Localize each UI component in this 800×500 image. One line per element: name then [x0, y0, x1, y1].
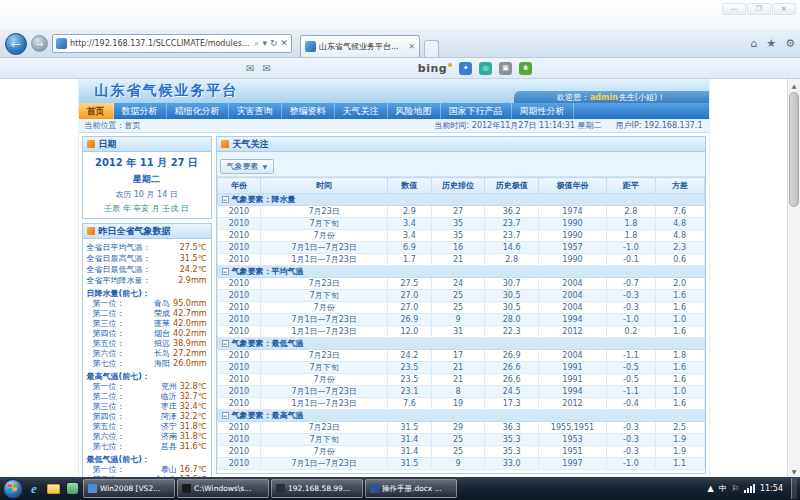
- nav-item-6[interactable]: 风险地图: [388, 103, 441, 119]
- nav-item-5[interactable]: 天气关注: [335, 103, 388, 119]
- table-row[interactable]: 20107月份31.42535.31951-0.31.9: [217, 446, 704, 458]
- tray-expand-icon[interactable]: ▲: [708, 484, 714, 493]
- action-center-flag-icon[interactable]: ⚐: [732, 484, 739, 493]
- search-icon[interactable]: ⌕: [254, 39, 259, 48]
- table-row[interactable]: 20107月1日—7月23日6.91614.61957-1.02.3: [217, 242, 704, 254]
- element-filter-button[interactable]: 气象要素 ▼: [220, 159, 275, 174]
- address-dropdown-icon[interactable]: ▾: [262, 39, 267, 48]
- nav-item-4[interactable]: 整编资料: [282, 103, 335, 119]
- tab-close-icon[interactable]: ✕: [408, 42, 415, 51]
- scrollbar-up-icon[interactable]: ▲: [788, 79, 800, 91]
- taskbar-window-label: Win2008 [VS2...: [100, 484, 160, 493]
- scrollbar-thumb[interactable]: [789, 92, 799, 207]
- scrollbar-down-icon[interactable]: ▼: [788, 465, 800, 477]
- table-cell: 2010: [217, 242, 261, 254]
- weather-summary-panel: 昨日全省气象数据 全省日平均气温：27.5℃全省日最高气温：31.5℃全省日最低…: [82, 223, 212, 477]
- ime-indicator-icon[interactable]: 中: [719, 483, 727, 494]
- start-button[interactable]: [3, 479, 23, 499]
- window-close-button[interactable]: ✕: [772, 3, 796, 15]
- table-cell: 31: [431, 326, 485, 338]
- nav-item-7[interactable]: 国家下行产品: [441, 103, 512, 119]
- taskbar-window-0[interactable]: Win2008 [VS2...: [83, 479, 175, 498]
- table-cell: 7.6: [387, 398, 431, 410]
- window-minimize-button[interactable]: —: [722, 3, 746, 15]
- stop-icon[interactable]: ✕: [280, 39, 288, 48]
- table-row[interactable]: 20107月下旬31.42535.31953-0.31.9: [217, 434, 704, 446]
- collapse-icon[interactable]: −: [222, 340, 229, 347]
- toolbar-app1-icon[interactable]: ✦: [459, 62, 472, 75]
- table-cell: 25: [431, 446, 485, 458]
- table-cell: 27.0: [387, 302, 431, 314]
- taskbar: e Win2008 [VS2...C:\Windows\s...192.168.…: [0, 477, 800, 500]
- toolbar-app2-icon[interactable]: ◎: [479, 62, 492, 75]
- mail2-icon[interactable]: ✉: [262, 63, 270, 74]
- ranking-item: 第六位：长岛27.2mm: [87, 349, 207, 359]
- collapse-icon[interactable]: −: [222, 412, 229, 419]
- page-header: 山东省气候业务平台 欢迎您：admin 先生(小姐)！: [79, 79, 709, 103]
- table-row[interactable]: 20107月下旬3.43523.719901.84.8: [217, 218, 704, 230]
- address-bar[interactable]: http://192.168.137.1/SLCCLIMATE/modules/…: [52, 34, 292, 53]
- taskbar-window-3[interactable]: 操作手册.docx ...: [365, 479, 457, 498]
- nav-item-8[interactable]: 周期性分析: [512, 103, 574, 119]
- network-icon[interactable]: [744, 484, 755, 493]
- table-row[interactable]: 20101月1日—7月23日12.03122.320120.21.6: [217, 326, 704, 338]
- taskbar-clock[interactable]: 11:54: [760, 484, 783, 493]
- favorites-icon[interactable]: ★: [766, 37, 776, 50]
- show-desktop-button[interactable]: [791, 478, 797, 499]
- taskbar-window-2[interactable]: 192.168.58.99...: [271, 479, 363, 498]
- window-maximize-button[interactable]: ❐: [747, 3, 771, 15]
- table-row[interactable]: 20107月1日—7月23日31.5933.01997-1.01.1: [217, 458, 704, 470]
- group-row-1[interactable]: −气象要素：平均气温: [217, 266, 704, 278]
- collapse-icon[interactable]: −: [222, 268, 229, 275]
- group-row-0[interactable]: −气象要素：降水量: [217, 194, 704, 206]
- home-icon[interactable]: ⌂: [750, 37, 757, 50]
- toolbar-app3-icon[interactable]: ▣: [499, 62, 512, 75]
- server-manager-icon[interactable]: [64, 481, 80, 497]
- table-cell: 25: [431, 434, 485, 446]
- table-row[interactable]: 20107月份3.43523.719901.84.8: [217, 230, 704, 242]
- group-row-3[interactable]: −气象要素：最高气温: [217, 410, 704, 422]
- refresh-icon[interactable]: ↻: [270, 39, 278, 48]
- nav-item-3[interactable]: 灾害查询: [229, 103, 282, 119]
- table-cell: 4.8: [655, 230, 704, 242]
- table-row[interactable]: 20107月23日24.21726.92004-1.11.8: [217, 350, 704, 362]
- new-tab-button[interactable]: [424, 40, 439, 57]
- table-cell: 21: [431, 362, 485, 374]
- table-row[interactable]: 20101月1日—7月23日1.7212.81990-0.10.6: [217, 254, 704, 266]
- table-cell: 7月1日—7月23日: [261, 386, 388, 398]
- nav-item-2[interactable]: 精细化分析: [167, 103, 229, 119]
- table-row[interactable]: 20107月23日27.52430.72004-0.72.0: [217, 278, 704, 290]
- back-button[interactable]: ←: [5, 33, 27, 55]
- table-cell: 1957: [538, 242, 606, 254]
- table-row[interactable]: 20107月23日2.92736.219742.87.6: [217, 206, 704, 218]
- table-row[interactable]: 20107月下旬27.02530.52004-0.31.6: [217, 290, 704, 302]
- table-row[interactable]: 20107月下旬23.52126.61991-0.51.6: [217, 362, 704, 374]
- station-value: 17.6℃: [180, 475, 207, 477]
- table-cell: 2004: [538, 350, 606, 362]
- group-cell: −气象要素：降水量: [217, 194, 704, 206]
- vertical-scrollbar[interactable]: ▲ ▼: [787, 79, 800, 477]
- internet-explorer-icon[interactable]: e: [26, 481, 42, 497]
- table-cell: 19: [431, 398, 485, 410]
- collapse-icon[interactable]: −: [222, 196, 229, 203]
- table-row[interactable]: 20107月份27.02530.52004-0.31.6: [217, 302, 704, 314]
- nav-item-1[interactable]: 数据分析: [114, 103, 167, 119]
- taskbar-window-1[interactable]: C:\Windows\s...: [177, 479, 269, 498]
- rank-value: 济宁31.8℃: [161, 422, 207, 432]
- table-row[interactable]: 20101月1日—7月23日7.61917.32012-0.41.6: [217, 398, 704, 410]
- station-name: 泰山: [161, 465, 177, 474]
- table-row[interactable]: 20107月份23.52126.61991-0.51.6: [217, 374, 704, 386]
- mail-icon[interactable]: ✉: [246, 63, 254, 74]
- tools-icon[interactable]: ⚙: [785, 37, 795, 50]
- file-explorer-icon[interactable]: [45, 481, 61, 497]
- table-cell: 2010: [217, 230, 261, 242]
- table-row[interactable]: 20107月23日31.52936.31955,1951-0.32.5: [217, 422, 704, 434]
- group-row-2[interactable]: −气象要素：最低气温: [217, 338, 704, 350]
- table-row[interactable]: 20107月1日—7月23日23.1824.51994-1.11.0: [217, 386, 704, 398]
- table-row[interactable]: 20107月1日—7月23日26.9928.01994-1.01.0: [217, 314, 704, 326]
- bing-logo[interactable]: bing: [418, 62, 452, 75]
- nav-item-0[interactable]: 首页: [79, 103, 114, 119]
- browser-tab[interactable]: 山东省气候业务平台... ✕: [300, 35, 420, 57]
- toolbar-app4-icon[interactable]: ❀: [519, 62, 532, 75]
- forward-button[interactable]: →: [31, 35, 48, 52]
